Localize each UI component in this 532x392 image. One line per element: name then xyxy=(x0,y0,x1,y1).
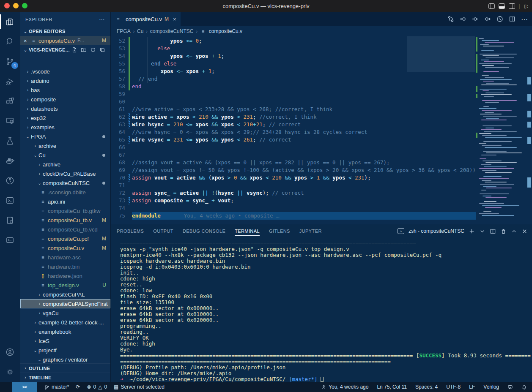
breadcrumb-item-cu[interactable]: Cu xyxy=(137,28,143,34)
branch-status-item[interactable]: master* xyxy=(44,384,69,390)
tree-item-compositecu-tb-vcd[interactable]: ≡compositeCu_tb.vcd xyxy=(20,225,110,234)
tree-item-compositecupalsyncfirst[interactable]: ›compositeCuPALSyncFirst xyxy=(20,299,110,308)
code-line-65[interactable]: 65wire vsync = 231 <= ypos && ypos < 261… xyxy=(111,136,476,144)
code-line-55[interactable]: 55 end else xyxy=(111,60,476,68)
tree-item-bas[interactable]: ›bas xyxy=(20,85,110,95)
prev-change-icon[interactable] xyxy=(460,16,466,22)
close-icon[interactable]: × xyxy=(24,38,30,44)
extensions-icon[interactable] xyxy=(0,91,20,111)
tree-item--sconsign-dblite[interactable]: ≡.sconsign.dblite xyxy=(20,188,110,197)
tree-item-compositecu-tb-gtkw[interactable]: ≡compositeCu_tb.gtkw xyxy=(20,206,110,215)
tree-item-vgacu[interactable]: ›vgaCu xyxy=(20,308,110,318)
code-line-68[interactable]: 68//assign vout = active && (xpos == 0 |… xyxy=(111,159,476,166)
panel-tab-debug-console[interactable]: DEBUG CONSOLE xyxy=(183,224,225,238)
tree-item-datasheets[interactable]: ›datasheets xyxy=(20,104,110,113)
tab-compositeCu[interactable]: ≡ compositeCu.v M × xyxy=(111,12,181,26)
code-line-67[interactable]: 67 xyxy=(111,151,476,159)
minimap[interactable] xyxy=(476,36,532,224)
tree-item-fpga[interactable]: ⌄FPGA xyxy=(20,132,110,141)
code-line-56[interactable]: 56 xpos <= xpos + 1; xyxy=(111,68,476,75)
toggle-panel-icon[interactable] xyxy=(499,3,505,9)
workspace-section[interactable]: ⌄ VICS-REVENGE... xyxy=(20,45,110,54)
tree-item-archive[interactable]: ›archive xyxy=(20,141,110,150)
settings-gear-icon[interactable] xyxy=(0,362,20,382)
code-line-70[interactable]: 70assign vout = active && (xpos > 0 && x… xyxy=(111,174,476,182)
code-line-62[interactable]: 62wire active = xpos < 210 && ypos < 231… xyxy=(111,113,476,121)
close-window-button[interactable] xyxy=(4,3,10,8)
new-terminal-icon[interactable] xyxy=(469,228,475,234)
tree-item-compositecuntsc[interactable]: ⌄compositeCuNTSC xyxy=(20,178,110,188)
code-line-54[interactable]: 54 ypos <= ypos + 1; xyxy=(111,52,476,60)
tree-item-archive[interactable]: ›archive xyxy=(20,160,110,169)
cursor-position-item[interactable]: Ln 75, Col 11 xyxy=(377,384,407,390)
tree-item-composite[interactable]: ›composite xyxy=(20,95,110,104)
account-icon[interactable] xyxy=(0,342,20,362)
tree-item-arduino[interactable]: ›arduino xyxy=(20,76,110,85)
code-line-74[interactable]: 74 xyxy=(111,204,476,212)
panel-tab-jupyter[interactable]: JUPYTER xyxy=(299,224,322,238)
code-line-59[interactable]: 59 xyxy=(111,90,476,98)
code-line-52[interactable]: 52 ypos <= 0; xyxy=(111,37,476,45)
tree-item-cu[interactable]: ⌄Cu xyxy=(20,150,110,160)
terminal-shell-label[interactable]: zsh - compositeCuNTSC xyxy=(409,228,464,234)
toggle-secondary-sidebar-icon[interactable] xyxy=(509,3,515,9)
kill-terminal-icon[interactable] xyxy=(500,228,507,234)
eol-item[interactable]: LF xyxy=(469,384,475,390)
outline-section[interactable]: › OUTLINE xyxy=(20,363,110,373)
tree-item-clockdivcu-palbase[interactable]: ›clockDivCu_PALBase xyxy=(20,169,110,178)
breadcrumb-item-fpga[interactable]: FPGA xyxy=(117,28,131,34)
explorer-icon[interactable] xyxy=(0,12,20,32)
tree-item-examplebook[interactable]: ›examplebook xyxy=(20,327,110,336)
blame-status-item[interactable]: You, 4 weeks ago xyxy=(321,384,368,390)
code-editor[interactable]: 52 ypos <= 0;53 else54 ypos <= ypos + 1;… xyxy=(111,36,532,224)
editor-more-actions-icon[interactable]: ⋯ xyxy=(521,15,528,23)
split-terminal-icon[interactable] xyxy=(490,228,496,234)
refresh-icon[interactable] xyxy=(90,47,96,53)
language-mode-item[interactable]: Verilog xyxy=(483,384,499,390)
panel-tab-gitlens[interactable]: GITLENS xyxy=(269,224,290,238)
open-editor-item[interactable]: × ≡ compositeCu.v F... M xyxy=(20,36,110,45)
platformio-icon[interactable] xyxy=(0,210,20,230)
encoding-item[interactable]: UTF-8 xyxy=(446,384,461,390)
open-changes-icon[interactable] xyxy=(447,16,454,22)
tree-item-projectf[interactable]: ⌄projectf xyxy=(20,346,110,355)
minimize-window-button[interactable] xyxy=(13,3,19,8)
run-debug-icon[interactable] xyxy=(0,71,20,91)
code-line-60[interactable]: 60 xyxy=(111,98,476,106)
bell-icon[interactable] xyxy=(521,384,527,390)
tree-item-top-design-v[interactable]: ≡top_design.vU xyxy=(20,280,110,290)
close-panel-icon[interactable] xyxy=(521,228,528,234)
problems-status-item[interactable]: ⊗0 △0 xyxy=(87,384,107,390)
explorer-more-actions-icon[interactable]: ⋯ xyxy=(99,16,105,23)
tree-item-esp32[interactable]: ›esp32 xyxy=(20,113,110,122)
sync-status-item[interactable]: ⟳ xyxy=(76,384,80,390)
feedback-icon[interactable] xyxy=(507,384,513,390)
code-line-72[interactable]: 72assign sync_ = active || !(hsync || vs… xyxy=(111,189,476,197)
tree-item-compositecu-tb-v[interactable]: ≡compositeCu_tb.vM xyxy=(20,215,110,225)
tree-item-examples[interactable]: ›examples xyxy=(20,122,110,132)
tree-item-apio-ini[interactable]: ≡apio.ini xyxy=(20,197,110,206)
terminal-output[interactable]: ========================================… xyxy=(111,238,532,382)
code-line-53[interactable]: 53 else xyxy=(111,45,476,52)
change-dot-icon[interactable] xyxy=(472,16,479,22)
breadcrumb-file[interactable]: compositeCu.v xyxy=(209,28,242,34)
code-line-58[interactable]: 58end xyxy=(111,83,476,90)
maximize-panel-icon[interactable] xyxy=(511,228,517,234)
code-line-69[interactable]: 69//assign vout = xpos != 50 && ypos !=1… xyxy=(111,166,476,174)
code-line-61[interactable]: 61//wire active = xpos < 233+28 && ypos … xyxy=(111,106,476,113)
new-folder-icon[interactable] xyxy=(81,47,87,53)
code-line-63[interactable]: 63wire hsync = 210 <= xpos && xpos < 210… xyxy=(111,121,476,128)
code-line-75[interactable]: 75endmoduleYou, 4 weeks ago • composite … xyxy=(111,212,476,220)
collapse-all-icon[interactable] xyxy=(99,47,105,53)
panel-tab-terminal[interactable]: TERMINAL xyxy=(235,224,260,238)
server-status-item[interactable]: ▤ Server not selected xyxy=(114,384,165,390)
tree-item-ices[interactable]: ›IceS xyxy=(20,336,110,346)
code-line-66[interactable]: 66 xyxy=(111,144,476,151)
breadcrumb-item-compositecuntsc[interactable]: compositeCuNTSC xyxy=(150,28,194,34)
test-flask-icon[interactable] xyxy=(0,131,20,151)
next-change-icon[interactable] xyxy=(484,16,491,22)
tree-item-compositecu-v[interactable]: ≡compositeCu.vM xyxy=(20,243,110,253)
terminal-tab-icon[interactable] xyxy=(0,191,20,210)
remote-explorer-icon[interactable] xyxy=(0,111,20,131)
source-control-icon[interactable]: 4 xyxy=(0,52,20,71)
